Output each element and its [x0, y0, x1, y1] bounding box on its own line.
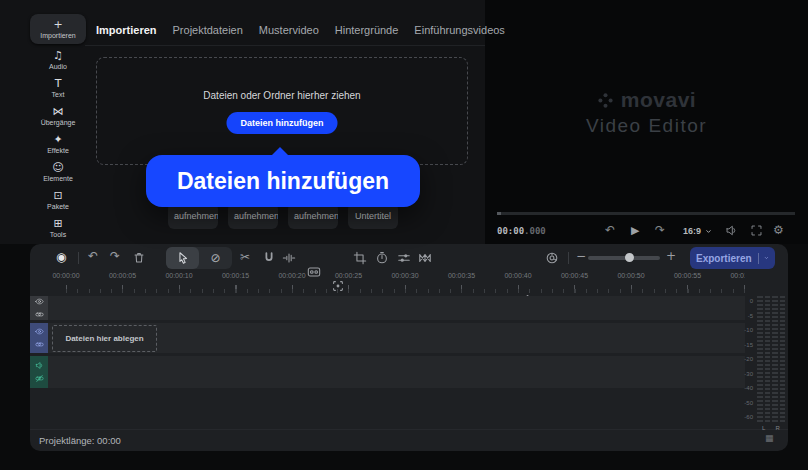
tabs-divider — [85, 45, 485, 46]
overlay-track[interactable] — [30, 296, 745, 320]
select-tool-cursor-icon[interactable] — [166, 247, 199, 269]
seekbar-position-marker[interactable] — [497, 212, 501, 215]
add-files-tooltip: Dateien hinzufügen — [146, 155, 420, 207]
sidebar-item-elemente[interactable]: ☺ Elemente — [30, 160, 86, 184]
preview-settings-gear-icon[interactable]: ⚙ — [773, 223, 784, 237]
eye-icon[interactable] — [35, 327, 44, 336]
chevron-down-icon — [705, 228, 712, 235]
crop-icon[interactable] — [353, 251, 367, 265]
preview-seekbar[interactable] — [497, 212, 795, 215]
aspect-ratio-dropdown[interactable]: 16:9 — [683, 226, 712, 236]
audio-track-header[interactable] — [30, 356, 48, 388]
overlay-track-header[interactable] — [30, 296, 48, 320]
tab-einfuehrungsvideos[interactable]: Einführungsvideos — [414, 24, 505, 36]
meter-channel-labels: L R — [757, 425, 785, 431]
audio-level-meter: 0-5 -10-15 -20-30 -40-50 -60 L R ▦ — [743, 296, 788, 446]
clip-speed-icon[interactable] — [375, 251, 389, 265]
redo-icon[interactable]: ↷ — [110, 249, 120, 263]
meter-db-scale: 0-5 -10-15 -20-30 -40-50 -60 — [743, 298, 753, 420]
track-drop-placeholder[interactable]: Dateien hier ablegen — [52, 325, 157, 352]
sidebar-item-label: Tools — [50, 231, 66, 238]
magnet-snap-icon[interactable] — [262, 251, 276, 265]
movavi-logo-icon — [597, 92, 614, 109]
export-button-label: Exportieren — [696, 253, 752, 264]
timeline-ruler[interactable]: 00:00:0000:00:05 00:00:1000:00:15 00:00:… — [30, 272, 745, 296]
text-icon: T — [55, 78, 62, 90]
export-button[interactable]: Exportieren — [690, 247, 775, 269]
project-length-label: Projektlänge: 00:00 — [39, 435, 121, 446]
export-button-divider — [758, 253, 759, 264]
sidebar-item-importieren[interactable]: + Importieren — [30, 14, 86, 44]
sidebar-item-label: Importieren — [40, 32, 75, 39]
link-icon[interactable] — [35, 340, 44, 349]
zoom-in-icon[interactable]: + — [666, 249, 676, 263]
ruler-minor-ticks — [66, 289, 745, 293]
plus-icon: + — [53, 19, 62, 31]
timeline-tracks: Dateien hier ablegen — [30, 296, 745, 429]
timeline-zoom-slider[interactable] — [588, 256, 660, 260]
eye-icon[interactable] — [35, 297, 44, 306]
sidebar-item-label: Elemente — [43, 175, 73, 182]
video-track-header[interactable] — [30, 323, 48, 353]
transition-icon: ⋈ — [53, 106, 64, 118]
meter-bar-right — [772, 296, 785, 424]
undo-icon[interactable]: ↶ — [88, 249, 98, 263]
tab-projektdateien[interactable]: Projektdateien — [173, 24, 243, 36]
watermark-logo: movavi Video Editor — [485, 88, 808, 137]
dropzone-hint: Dateien oder Ordner hierher ziehen — [97, 90, 467, 101]
video-track[interactable]: Dateien hier ablegen — [30, 323, 745, 353]
music-note-icon: ♫ — [53, 50, 63, 62]
skip-back-icon[interactable]: ↶ — [605, 223, 615, 237]
smiley-icon: ☺ — [52, 162, 63, 174]
sidebar-item-effekte[interactable]: ✦ Effekte — [30, 132, 86, 156]
sparkle-icon: ✦ — [53, 134, 62, 146]
adjustments-sliders-icon[interactable] — [397, 251, 411, 265]
preview-controls: 00:00.000 ↶ ▶ ↷ 16:9 ⚙ — [497, 221, 795, 243]
timeline-footer: Projektlänge: 00:00 — [30, 429, 788, 451]
zoom-out-icon[interactable]: − — [576, 249, 586, 263]
tooltip-text: Dateien hinzufügen — [177, 168, 389, 195]
play-icon[interactable]: ▶ — [631, 224, 639, 237]
sidebar-item-label: Pakete — [47, 203, 69, 210]
crossfade-icon[interactable] — [418, 251, 432, 265]
razor-tool-icon[interactable]: ⊘ — [199, 247, 232, 269]
sidebar-item-tools[interactable]: ⊞ Tools — [30, 216, 86, 240]
fullscreen-icon[interactable] — [750, 224, 763, 237]
trash-icon[interactable] — [132, 251, 146, 265]
link-icon[interactable] — [35, 310, 44, 319]
import-tabs: Importieren Projektdateien Mustervideo H… — [96, 24, 472, 36]
sidebar-item-text[interactable]: T Text — [30, 76, 86, 100]
preview-timecode: 00:00.000 — [497, 226, 546, 236]
sidebar: + Importieren ♫ Audio T Text ⋈ Übergänge… — [30, 14, 86, 240]
link-off-icon[interactable] — [35, 374, 44, 383]
color-adjust-icon[interactable] — [545, 251, 559, 265]
sidebar-item-label: Audio — [49, 63, 67, 70]
meter-bars — [757, 296, 785, 424]
sidebar-item-label: Effekte — [47, 147, 69, 154]
logo-subtitle: Video Editor — [485, 115, 808, 137]
speaker-icon[interactable] — [35, 361, 44, 370]
tab-hintergruende[interactable]: Hintergründe — [335, 24, 399, 36]
timeline-panel: ◉ ↶ ↷ ⊘ ✂ − + — [30, 244, 788, 451]
split-scissors-icon[interactable]: ✂ — [240, 250, 250, 264]
tab-importieren[interactable]: Importieren — [96, 24, 157, 36]
zoom-slider-handle[interactable] — [625, 253, 634, 262]
drop-placeholder-label: Dateien hier ablegen — [65, 334, 143, 343]
preview-volume-icon[interactable] — [725, 224, 738, 237]
package-icon: ⊡ — [53, 190, 62, 202]
skip-forward-icon[interactable]: ↷ — [655, 223, 665, 237]
sidebar-item-uebergaenge[interactable]: ⋈ Übergänge — [30, 104, 86, 128]
sidebar-item-pakete[interactable]: ⊡ Pakete — [30, 188, 86, 212]
toolbar-divider — [568, 252, 569, 264]
record-icon[interactable]: ◉ — [56, 250, 66, 264]
edit-mode-toggle: ⊘ — [166, 247, 232, 269]
sidebar-item-label: Text — [52, 91, 65, 98]
audio-track[interactable] — [30, 356, 745, 388]
add-files-button[interactable]: Dateien hinzufügen — [227, 112, 338, 134]
meter-bar-left — [757, 296, 770, 424]
movavi-video-editor-window: + Importieren ♫ Audio T Text ⋈ Übergänge… — [0, 0, 808, 470]
logo-title: movavi — [621, 88, 696, 112]
tab-mustervideo[interactable]: Mustervideo — [259, 24, 319, 36]
sidebar-item-audio[interactable]: ♫ Audio — [30, 48, 86, 72]
audio-mixer-icon[interactable]: ▦ — [765, 433, 774, 443]
